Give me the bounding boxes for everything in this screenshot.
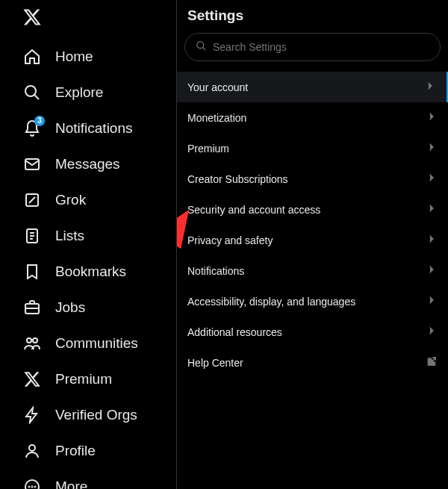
nav-verified-orgs[interactable]: Verified Orgs bbox=[0, 397, 176, 433]
chevron-right-icon bbox=[424, 80, 436, 94]
briefcase-icon bbox=[22, 298, 42, 317]
search-settings[interactable] bbox=[184, 33, 441, 61]
logo-row bbox=[0, 4, 176, 39]
settings-monetization[interactable]: Monetization bbox=[177, 102, 448, 133]
nav-label: Premium bbox=[55, 371, 112, 387]
profile-icon bbox=[22, 441, 42, 461]
search-icon bbox=[196, 40, 207, 54]
setting-label: Monetization bbox=[187, 112, 246, 124]
svg-line-4 bbox=[29, 197, 35, 203]
svg-line-1 bbox=[34, 95, 39, 99]
setting-label: Accessibility, display, and languages bbox=[187, 296, 355, 308]
settings-notifications[interactable]: Notifications bbox=[177, 255, 448, 286]
setting-label: Security and account access bbox=[187, 204, 320, 216]
primary-sidebar: Home Explore 3 Notifications Messages bbox=[0, 0, 177, 489]
nav-label: Grok bbox=[55, 192, 86, 208]
chevron-right-icon bbox=[426, 141, 438, 155]
bell-icon: 3 bbox=[22, 119, 42, 138]
settings-privacy-safety[interactable]: Privacy and safety bbox=[177, 225, 448, 255]
search-input[interactable] bbox=[213, 41, 429, 53]
nav-label: Jobs bbox=[55, 299, 85, 316]
chevron-right-icon bbox=[426, 294, 438, 308]
more-icon bbox=[22, 477, 42, 489]
nav-label: More bbox=[55, 479, 87, 489]
setting-label: Your account bbox=[187, 81, 248, 93]
nav-label: Explore bbox=[55, 84, 103, 101]
nav-label: Lists bbox=[55, 228, 84, 244]
svg-point-12 bbox=[33, 338, 37, 343]
list-icon bbox=[22, 226, 42, 246]
nav-label: Verified Orgs bbox=[55, 407, 137, 423]
nav-jobs[interactable]: Jobs bbox=[0, 290, 176, 326]
chevron-right-icon bbox=[426, 325, 438, 339]
nav-label: Profile bbox=[55, 443, 96, 459]
x-logo-icon[interactable] bbox=[22, 16, 42, 29]
chevron-right-icon bbox=[426, 233, 438, 247]
nav-label: Home bbox=[55, 49, 93, 65]
nav-explore[interactable]: Explore bbox=[0, 75, 176, 110]
nav-lists[interactable]: Lists bbox=[0, 218, 176, 254]
search-wrap bbox=[177, 30, 448, 72]
chevron-right-icon bbox=[426, 172, 438, 186]
nav-label: Notifications bbox=[55, 120, 133, 137]
nav-home[interactable]: Home bbox=[0, 39, 176, 75]
page-title: Settings bbox=[177, 0, 448, 30]
settings-security-access[interactable]: Security and account access bbox=[177, 194, 448, 225]
svg-point-13 bbox=[29, 445, 35, 451]
search-icon bbox=[22, 83, 42, 102]
nav-label: Messages bbox=[55, 156, 120, 172]
nav-list: Home Explore 3 Notifications Messages bbox=[0, 39, 176, 489]
settings-accessibility[interactable]: Accessibility, display, and languages bbox=[177, 286, 448, 317]
mail-icon bbox=[22, 155, 42, 174]
settings-additional-resources[interactable]: Additional resources bbox=[177, 317, 448, 347]
nav-label: Communities bbox=[55, 335, 138, 352]
setting-label: Help Center bbox=[187, 357, 243, 369]
nav-grok[interactable]: Grok bbox=[0, 182, 176, 218]
chevron-right-icon bbox=[426, 264, 438, 278]
settings-list: Your account Monetization Premium Creato… bbox=[177, 72, 448, 378]
settings-creator-subscriptions[interactable]: Creator Subscriptions bbox=[177, 163, 448, 194]
setting-label: Notifications bbox=[187, 265, 244, 277]
setting-label: Premium bbox=[187, 143, 229, 155]
svg-point-15 bbox=[29, 487, 30, 488]
chevron-right-icon bbox=[426, 202, 438, 217]
settings-help-center[interactable]: Help Center bbox=[177, 347, 448, 378]
svg-point-17 bbox=[35, 487, 36, 488]
home-icon bbox=[22, 47, 42, 66]
nav-label: Bookmarks bbox=[55, 264, 126, 280]
svg-point-0 bbox=[25, 86, 36, 96]
nav-messages[interactable]: Messages bbox=[0, 146, 176, 182]
nav-bookmarks[interactable]: Bookmarks bbox=[0, 254, 176, 290]
notifications-badge: 3 bbox=[34, 116, 45, 126]
lightning-icon bbox=[22, 405, 42, 425]
settings-premium[interactable]: Premium bbox=[177, 133, 448, 163]
nav-communities[interactable]: Communities bbox=[0, 326, 176, 361]
bookmark-icon bbox=[22, 262, 42, 281]
nav-notifications[interactable]: 3 Notifications bbox=[0, 110, 176, 146]
nav-profile[interactable]: Profile bbox=[0, 433, 176, 469]
grok-icon bbox=[22, 190, 42, 210]
nav-more[interactable]: More bbox=[0, 469, 176, 489]
setting-label: Privacy and safety bbox=[187, 234, 273, 246]
svg-point-11 bbox=[27, 338, 31, 343]
settings-your-account[interactable]: Your account bbox=[177, 72, 448, 102]
x-logo-icon bbox=[22, 370, 42, 389]
communities-icon bbox=[22, 334, 42, 353]
setting-label: Additional resources bbox=[187, 326, 282, 338]
svg-point-16 bbox=[32, 487, 33, 488]
setting-label: Creator Subscriptions bbox=[187, 173, 288, 185]
external-link-icon bbox=[426, 355, 438, 370]
settings-panel: Settings Your account Monetization Premi… bbox=[177, 0, 448, 489]
nav-premium[interactable]: Premium bbox=[0, 361, 176, 397]
chevron-right-icon bbox=[426, 110, 438, 125]
